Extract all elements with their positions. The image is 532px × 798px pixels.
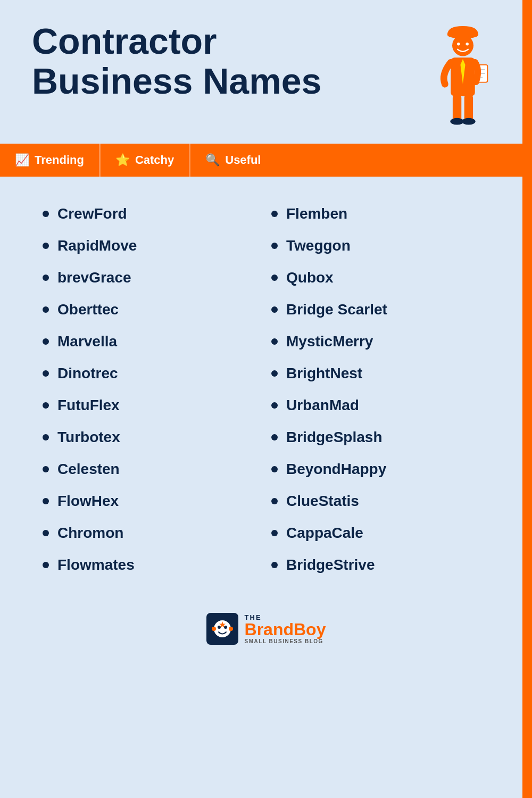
list-item: Oberttec [43, 294, 271, 326]
names-left-column: CrewFordRapidMovebrevGraceOberttecMarvel… [43, 198, 271, 581]
name-text: RapidMove [57, 237, 137, 254]
list-item: BridgeStrive [271, 549, 500, 581]
bullet-icon [271, 243, 278, 249]
svg-rect-10 [453, 95, 461, 121]
name-text: Tweggon [286, 237, 351, 254]
svg-point-13 [462, 118, 475, 125]
list-item: Marvella [43, 326, 271, 358]
bullet-icon [271, 338, 278, 345]
contractor-illustration [434, 21, 492, 128]
bullet-icon [271, 530, 278, 536]
bullet-icon [43, 466, 49, 472]
logo-brand-name: BrandBoy [245, 621, 326, 638]
svg-point-19 [212, 627, 216, 631]
bullet-icon [43, 306, 49, 313]
name-text: Flemben [286, 205, 347, 222]
name-text: brevGrace [57, 269, 131, 286]
list-item: Turbotex [43, 421, 271, 453]
list-item: MysticMerry [271, 326, 500, 358]
logo-text: the BrandBoy SMALL BUSINESS BLOG [245, 614, 326, 644]
name-text: Dinotrec [57, 365, 118, 382]
bullet-icon [271, 306, 278, 313]
title-line2: Business Names [32, 61, 321, 101]
name-text: FutuFlex [57, 397, 120, 414]
list-item: FlowHex [43, 485, 271, 517]
name-text: BrightNest [286, 365, 362, 382]
list-item: RapidMove [43, 230, 271, 262]
name-text: UrbanMad [286, 397, 359, 414]
tab-useful[interactable]: 🔍 Useful [190, 144, 276, 177]
name-text: CappaCale [286, 525, 363, 542]
tab-catchy[interactable]: ⭐ Catchy [101, 144, 190, 177]
bullet-icon [43, 562, 49, 568]
name-text: Qubox [286, 269, 334, 286]
list-item: CappaCale [271, 517, 500, 549]
names-section: CrewFordRapidMovebrevGraceOberttecMarvel… [0, 193, 532, 602]
bullet-icon [43, 243, 49, 249]
tabs-bar: 📈 Trending ⭐ Catchy 🔍 Useful [0, 144, 532, 177]
contractor-figure [426, 21, 500, 133]
name-text: FlowHex [57, 493, 119, 510]
right-accent-strip [522, 0, 532, 798]
bullet-icon [43, 211, 49, 217]
page-title: Contractor Business Names [32, 21, 426, 101]
name-text: BeyondHappy [286, 461, 386, 478]
list-item: Bridge Scarlet [271, 294, 500, 326]
name-text: BridgeStrive [286, 556, 375, 573]
bullet-icon [43, 402, 49, 409]
brandboy-face-icon [211, 617, 234, 641]
name-text: ClueStatis [286, 493, 359, 510]
bullet-icon [43, 498, 49, 504]
list-item: CrewFord [43, 198, 271, 230]
tab-trending[interactable]: 📈 Trending [0, 144, 101, 177]
bullet-icon [43, 434, 49, 440]
list-item: Flemben [271, 198, 500, 230]
bullet-icon [271, 211, 278, 217]
bullet-icon [271, 370, 278, 377]
list-item: FutuFlex [43, 389, 271, 421]
list-item: Flowmates [43, 549, 271, 581]
list-item: Chromon [43, 517, 271, 549]
tab-useful-label: Useful [225, 153, 261, 167]
catchy-icon: ⭐ [115, 153, 130, 167]
svg-point-20 [229, 627, 233, 631]
name-text: BridgeSplash [286, 429, 382, 446]
list-item: BrightNest [271, 358, 500, 389]
svg-point-2 [457, 43, 460, 45]
list-item: Celesten [43, 453, 271, 485]
svg-rect-11 [464, 95, 473, 121]
name-text: Chromon [57, 525, 123, 542]
bullet-icon [271, 466, 278, 472]
logo-brand-accent: Boy [294, 620, 326, 639]
bullet-icon [271, 562, 278, 568]
list-item: ClueStatis [271, 485, 500, 517]
name-text: Celesten [57, 461, 120, 478]
bullet-icon [271, 498, 278, 504]
bullet-icon [43, 530, 49, 536]
logo-brand-regular: Brand [245, 620, 294, 639]
useful-icon: 🔍 [205, 153, 220, 167]
svg-point-1 [452, 35, 473, 56]
name-text: Flowmates [57, 556, 135, 573]
brandboy-logo-icon [206, 613, 238, 645]
tab-catchy-label: Catchy [135, 153, 174, 167]
names-right-column: FlembenTweggonQuboxBridge ScarletMysticM… [271, 198, 500, 581]
title-line1: Contractor [32, 21, 217, 61]
name-text: MysticMerry [286, 333, 373, 350]
name-text: Bridge Scarlet [286, 301, 387, 318]
svg-point-17 [224, 626, 227, 629]
svg-point-12 [450, 118, 463, 125]
svg-point-3 [466, 43, 468, 45]
name-text: Marvella [57, 333, 117, 350]
name-text: CrewFord [57, 205, 127, 222]
bullet-icon [43, 370, 49, 377]
name-text: Oberttec [57, 301, 119, 318]
bullet-icon [271, 434, 278, 440]
name-text: Turbotex [57, 429, 120, 446]
bullet-icon [271, 275, 278, 281]
svg-point-16 [218, 626, 221, 629]
list-item: UrbanMad [271, 389, 500, 421]
list-item: Tweggon [271, 230, 500, 262]
header-section: Contractor Business Names [0, 0, 532, 144]
tab-trending-label: Trending [35, 153, 84, 167]
